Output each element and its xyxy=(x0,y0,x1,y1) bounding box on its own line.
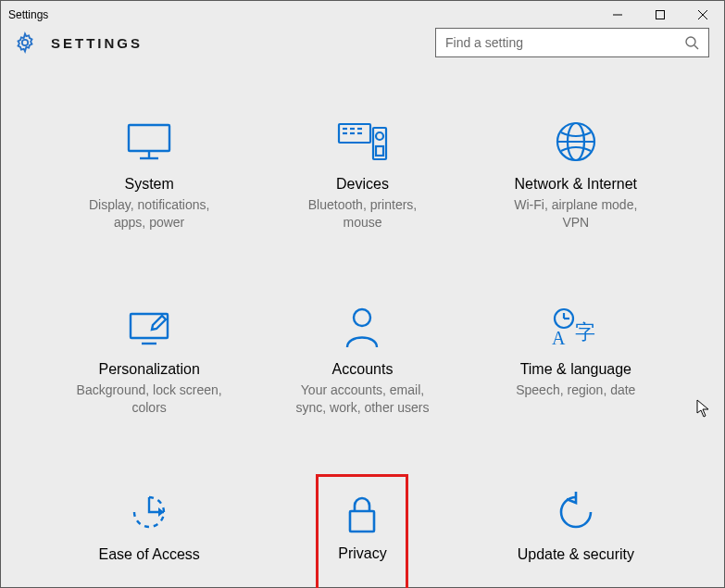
time-language-icon: A 字 xyxy=(551,302,601,352)
svg-point-4 xyxy=(22,40,28,45)
tile-subtitle: Speech, region, date xyxy=(516,382,635,399)
close-icon xyxy=(697,9,708,20)
tile-title: Devices xyxy=(336,176,389,193)
tile-title: System xyxy=(124,176,173,193)
tile-update-security[interactable]: Update & security xyxy=(493,480,659,588)
devices-icon xyxy=(336,117,388,167)
search-icon xyxy=(684,35,699,50)
lock-icon xyxy=(345,490,379,540)
svg-point-18 xyxy=(376,132,383,140)
tile-system[interactable]: System Display, notifications, apps, pow… xyxy=(66,109,232,267)
close-button[interactable] xyxy=(681,1,724,28)
svg-text:字: 字 xyxy=(575,320,595,344)
tile-title: Ease of Access xyxy=(98,546,199,563)
tile-subtitle: Wi-Fi, airplane mode, VPN xyxy=(502,196,650,231)
window-title: Settings xyxy=(1,8,48,21)
maximize-button[interactable] xyxy=(639,1,681,28)
tile-time-language[interactable]: A 字 Time & language Speech, region, date xyxy=(493,294,659,452)
header-bar: SETTINGS xyxy=(1,28,724,57)
ease-of-access-icon xyxy=(127,487,171,537)
title-bar: Settings xyxy=(1,1,724,28)
svg-rect-23 xyxy=(131,314,168,338)
tile-subtitle: Your accounts, email, sync, work, other … xyxy=(288,382,436,417)
svg-line-6 xyxy=(694,45,698,49)
svg-point-5 xyxy=(686,37,695,46)
window-controls xyxy=(596,1,724,28)
tile-privacy[interactable]: Privacy xyxy=(316,474,408,588)
tile-title: Update & security xyxy=(518,546,634,563)
tile-subtitle: Bluetooth, printers, mouse xyxy=(288,196,436,231)
svg-rect-7 xyxy=(129,125,169,151)
tile-title: Accounts xyxy=(332,361,394,378)
globe-icon xyxy=(554,117,598,167)
tile-title: Time & language xyxy=(520,361,631,378)
search-input[interactable] xyxy=(445,35,684,50)
tile-personalization[interactable]: Personalization Background, lock screen,… xyxy=(66,294,232,452)
svg-point-25 xyxy=(354,309,370,326)
svg-text:A: A xyxy=(552,328,566,348)
personalization-icon xyxy=(125,302,173,352)
system-icon xyxy=(125,117,173,167)
search-box[interactable] xyxy=(435,28,709,57)
gear-icon xyxy=(14,31,36,54)
update-icon xyxy=(554,487,598,537)
tile-subtitle: Background, lock screen, colors xyxy=(75,382,223,417)
tile-devices[interactable]: Devices Bluetooth, printers, mouse xyxy=(279,109,445,267)
page-title: SETTINGS xyxy=(51,35,143,51)
tile-title: Network & Internet xyxy=(515,176,638,193)
tile-ease-of-access[interactable]: Ease of Access xyxy=(66,480,232,588)
tile-accounts[interactable]: Accounts Your accounts, email, sync, wor… xyxy=(279,294,445,452)
header-left: SETTINGS xyxy=(14,31,143,54)
tile-network-internet[interactable]: Network & Internet Wi-Fi, airplane mode,… xyxy=(493,109,659,267)
minimize-button[interactable] xyxy=(596,1,639,28)
category-grid: System Display, notifications, apps, pow… xyxy=(1,57,724,588)
svg-rect-19 xyxy=(376,146,383,156)
accounts-icon xyxy=(344,302,381,352)
maximize-icon xyxy=(655,9,666,20)
tile-subtitle: Display, notifications, apps, power xyxy=(75,196,223,231)
svg-rect-32 xyxy=(350,511,374,532)
tile-title: Personalization xyxy=(98,361,199,378)
tile-title: Privacy xyxy=(338,545,386,562)
svg-rect-1 xyxy=(656,10,665,19)
minimize-icon xyxy=(612,9,623,20)
settings-window: Settings SETTINGS xyxy=(0,0,725,588)
